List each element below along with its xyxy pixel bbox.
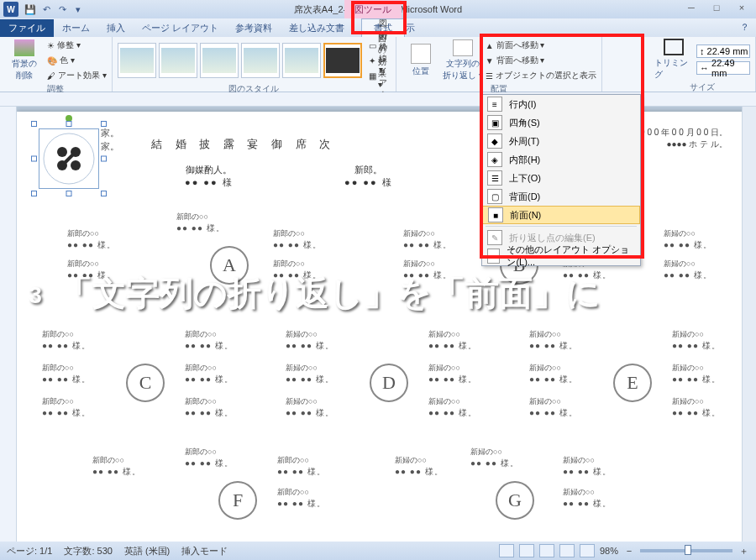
undo-button[interactable]: ↶	[39, 3, 53, 16]
table-label: G	[496, 481, 534, 520]
brightness-icon: ☀	[47, 41, 55, 50]
more-layout-options[interactable]: ⋯その他のレイアウト オプション(L)...	[482, 247, 640, 265]
wrap-front-icon: ■	[488, 207, 503, 222]
qat-more-button[interactable]: ▾	[71, 3, 85, 16]
guest: 新郎の○○●● ●● 様。	[185, 447, 234, 468]
position-button[interactable]: 位置	[402, 39, 440, 81]
status-page[interactable]: ページ: 1/1	[7, 545, 52, 557]
guest: 新郎の○○●● ●● 様。	[67, 229, 116, 250]
style-item[interactable]	[323, 43, 362, 78]
tab-insert[interactable]: 挿入	[98, 19, 134, 37]
zoom-in-button[interactable]: ＋	[738, 545, 749, 557]
vertical-scrollbar[interactable]	[742, 107, 756, 542]
groom-block: 新郎。●● ●● 様	[344, 164, 393, 189]
status-language[interactable]: 英語 (米国)	[124, 545, 170, 557]
group-picture-styles: ▭図の枠線 ▾ ✦図の効果 ▾ ▦図のレイアウト ▾ 図のスタイル	[113, 37, 396, 92]
group-arrange: 位置 文字列の 折り返し ▾ ▲前面へ移動 ▾ ▼背面へ移動 ▾ ☰オブジェクト…	[396, 37, 602, 92]
artistic-effects-button[interactable]: 🖌アート効果 ▾	[47, 69, 107, 82]
crop-icon	[664, 39, 684, 55]
wrap-through[interactable]: ◈内部(H)	[482, 150, 640, 169]
table-label: F	[218, 481, 257, 520]
crop-button[interactable]: トリミング	[654, 39, 693, 81]
zoom-slider-thumb[interactable]	[685, 545, 691, 555]
status-insert-mode[interactable]: 挿入モード	[181, 545, 228, 557]
wrap-square[interactable]: ▣四角(S)	[482, 113, 640, 132]
more-layout-icon: ⋯	[487, 249, 500, 264]
style-item[interactable]	[159, 43, 197, 78]
wrap-behind[interactable]: ▢背面(D)	[482, 187, 640, 206]
ribbon: 背景の 削除 ☀修整 ▾ 🎨色 ▾ 🖌アート効果 ▾ 調整 ▭図の枠線 ▾ ✦図…	[0, 37, 756, 92]
tab-page-layout[interactable]: ページ レイアウト	[134, 19, 227, 37]
guest: 新婦の○○●● ●● 様。	[428, 397, 477, 418]
wrap-topbottom-icon: ☰	[487, 170, 502, 186]
picture-style-gallery[interactable]	[118, 43, 362, 78]
horizontal-ruler[interactable]	[0, 92, 756, 107]
family-a-label: 家。	[101, 127, 119, 139]
maximize-button[interactable]: □	[705, 0, 728, 15]
wrap-front[interactable]: ■前面(N)	[482, 206, 640, 224]
svg-point-4	[71, 160, 81, 170]
corrections-button[interactable]: ☀修整 ▾	[47, 39, 107, 52]
group-adjust: 背景の 削除 ☀修整 ▾ 🎨色 ▾ 🖌アート効果 ▾ 調整	[0, 37, 113, 92]
wrap-text-button[interactable]: 文字列の 折り返し ▾	[444, 39, 482, 81]
annotation-step-number: 3	[17, 277, 54, 314]
view-draft[interactable]	[580, 544, 595, 557]
view-print-layout[interactable]	[499, 544, 514, 557]
tab-mailings[interactable]: 差し込み文書	[281, 19, 353, 37]
selection-pane-button[interactable]: ☰オブジェクトの選択と表示	[486, 69, 596, 82]
guest: 新婦の○○●● ●● 様。	[672, 364, 721, 385]
view-full-screen[interactable]	[519, 544, 534, 557]
zoom-out-button[interactable]: −	[623, 546, 635, 556]
send-backward-button[interactable]: ▼背面へ移動 ▾	[486, 54, 596, 67]
venue-line: ●●●● ホ テ ル。	[667, 139, 728, 150]
tab-file[interactable]: ファイル	[0, 19, 54, 37]
minimize-button[interactable]: ─	[680, 0, 703, 15]
wrap-inline[interactable]: ≡行内(I)	[482, 95, 640, 113]
tab-references[interactable]: 参考資料	[227, 19, 281, 37]
picture-layout-button[interactable]: ▦図のレイアウト ▾	[369, 69, 391, 82]
guest: 新婦の○○●● ●● 様。	[563, 488, 612, 509]
title-bar: W 💾 ↶ ↷ ▾ 席次表A4_2-3-2_6.docx - Microsoft…	[0, 0, 756, 18]
mc-block: 御媒酌人。●● ●● 様	[185, 164, 234, 189]
style-item[interactable]	[118, 43, 156, 78]
guest: 新郎の○○●● ●● 様。	[273, 229, 322, 250]
wrap-inline-icon: ≡	[487, 97, 502, 112]
svg-point-1	[57, 147, 67, 157]
width-field[interactable]: ↔ 22.49 mm	[696, 61, 750, 75]
selected-picture[interactable]	[42, 132, 96, 186]
document-main-title: 結 婚 披 露 宴 御 席 次	[151, 137, 335, 152]
view-web-layout[interactable]	[539, 544, 554, 557]
contextual-tab-label: 図ツール	[344, 0, 402, 18]
remove-background-button[interactable]: 背景の 削除	[5, 39, 44, 81]
style-item[interactable]	[282, 43, 321, 78]
guest: 新郎の○○●● ●● 様。	[42, 364, 91, 385]
status-word-count[interactable]: 文字数: 530	[64, 545, 112, 557]
guest: 新婦の○○●● ●● 様。	[395, 456, 444, 477]
zoom-slider[interactable]	[640, 549, 732, 552]
window-controls: ─ □ ×	[680, 0, 753, 15]
color-button[interactable]: 🎨色 ▾	[47, 54, 107, 67]
table-label: C	[126, 364, 165, 402]
bring-forward-button[interactable]: ▲前面へ移動 ▾	[486, 39, 596, 52]
wrap-top-bottom[interactable]: ☰上下(O)	[482, 169, 640, 187]
annotation-text: 3「文字列の折り返し」を「前面」に	[17, 270, 739, 317]
height-field[interactable]: ↕ 22.49 mm	[696, 44, 750, 58]
guest: 新郎の○○●● ●● 様。	[277, 456, 326, 477]
width-icon: ↔	[700, 63, 709, 73]
bring-forward-icon: ▲	[486, 41, 494, 50]
redo-button[interactable]: ↷	[55, 3, 69, 16]
guest: 新郎の○○●● ●● 様。	[185, 330, 234, 351]
view-outline[interactable]	[559, 544, 575, 557]
wrap-tight[interactable]: ◆外周(T)	[482, 132, 640, 150]
style-item[interactable]	[241, 43, 280, 78]
close-button[interactable]: ×	[730, 0, 753, 15]
zoom-level[interactable]: 98%	[600, 546, 618, 556]
guest: 新婦の○○●● ●● 様。	[672, 330, 721, 351]
help-button[interactable]: ？	[740, 21, 749, 34]
save-button[interactable]: 💾	[24, 3, 37, 16]
tab-home[interactable]: ホーム	[54, 19, 98, 37]
artistic-icon: 🖌	[47, 71, 55, 81]
style-item[interactable]	[200, 43, 239, 78]
vertical-ruler[interactable]	[0, 107, 17, 542]
document-area: 家。 家。 結 婚 披 露 宴 御 席 次 0 0 0 0 年 0 0 月 0 …	[0, 107, 756, 542]
